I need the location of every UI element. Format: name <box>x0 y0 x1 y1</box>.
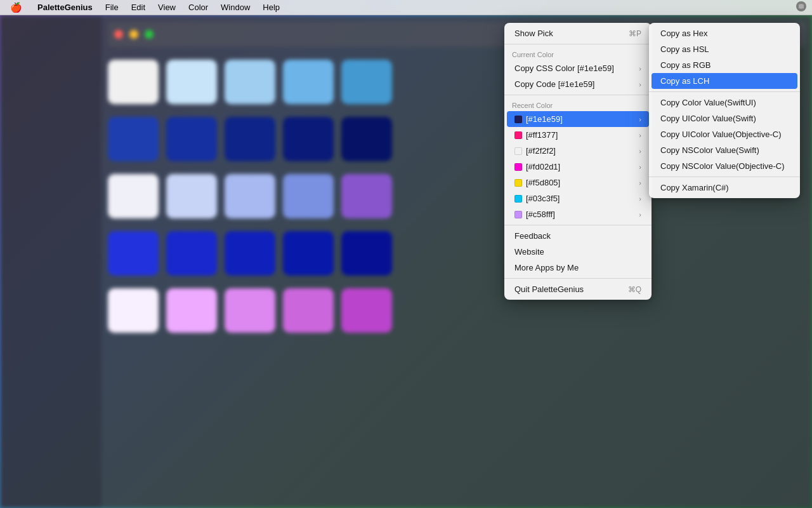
app-name-menu[interactable]: PaletteGenius <box>32 1 98 13</box>
copy-xamarin-label: Copy Xamarin(C#) <box>660 183 729 192</box>
chevron-c58fff: › <box>639 211 641 218</box>
copy-nscolor-swift-item[interactable]: Copy NSColor Value(Swift) <box>652 142 797 158</box>
copy-swiftui-item[interactable]: Copy Color Value(SwiftUI) <box>652 95 797 110</box>
copy-uicolor-swift-item[interactable]: Copy UIColor Value(Swift) <box>652 110 797 126</box>
separator-1 <box>504 44 652 44</box>
copy-swiftui-label: Copy Color Value(SwiftUI) <box>660 98 756 107</box>
copy-css-chevron: › <box>639 65 641 72</box>
copy-nscolor-swift-label: Copy NSColor Value(Swift) <box>660 145 759 155</box>
website-label: Website <box>514 247 544 257</box>
copy-hsl-label: Copy as HSL <box>660 44 709 54</box>
view-menu[interactable]: View <box>153 1 181 13</box>
copy-hex-item[interactable]: Copy as Hex <box>652 25 797 41</box>
show-pick-label: Show Pick <box>514 29 553 38</box>
copy-rgb-label: Copy as RGB <box>660 60 710 70</box>
copy-code-label: Copy Code [#1e1e59] <box>514 79 594 89</box>
swatch-fd02d1 <box>514 163 522 171</box>
recent-color-c58fff[interactable]: [#c58fff] › <box>507 206 649 222</box>
chevron-03c3f5: › <box>639 195 641 203</box>
copy-code-chevron: › <box>639 81 641 88</box>
color-menu[interactable]: Color <box>183 1 213 13</box>
recent-color-fd02d1[interactable]: [#fd02d1] › <box>507 159 649 175</box>
main-dropdown-menu: Show Pick ⌘P Current Color Copy CSS Colo… <box>504 23 652 300</box>
chevron-1e1e59: › <box>639 116 641 123</box>
website-item[interactable]: Website <box>507 244 649 260</box>
copy-uicolor-swift-label: Copy UIColor Value(Swift) <box>660 114 756 123</box>
copy-hsl-item[interactable]: Copy as HSL <box>652 41 797 57</box>
current-color-section: Current Color <box>504 47 652 60</box>
copy-submenu: Copy as Hex Copy as HSL Copy as RGB Copy… <box>649 23 800 198</box>
edit-menu[interactable]: Edit <box>126 1 150 13</box>
label-1e1e59: [#1e1e59] <box>526 114 563 124</box>
chevron-fd02d1: › <box>639 163 641 171</box>
window-menu[interactable]: Window <box>216 1 255 13</box>
label-f2f2f2: [#f2f2f2] <box>526 146 556 156</box>
quit-label: Quit PaletteGenius <box>514 284 584 294</box>
swatch-c58fff <box>514 211 522 218</box>
label-fd02d1: [#fd02d1] <box>526 162 560 171</box>
copy-uicolor-objc-item[interactable]: Copy UIColor Value(Objective-C) <box>652 126 797 142</box>
quit-shortcut: ⌘Q <box>628 285 641 294</box>
recent-color-1e1e59[interactable]: [#1e1e59] › <box>507 111 649 127</box>
label-f5d805: [#f5d805] <box>526 178 560 187</box>
copy-nscolor-objc-item[interactable]: Copy NSColor Value(Objective-C) <box>652 158 797 174</box>
recent-color-f2f2f2[interactable]: [#f2f2f2] › <box>507 143 649 159</box>
menubar-app-icon[interactable] <box>796 1 807 15</box>
copy-rgb-item[interactable]: Copy as RGB <box>652 57 797 73</box>
quit-item[interactable]: Quit PaletteGenius ⌘Q <box>507 281 649 297</box>
show-pick-item[interactable]: Show Pick ⌘P <box>507 25 649 41</box>
copy-nscolor-objc-label: Copy NSColor Value(Objective-C) <box>660 161 785 171</box>
recent-color-section: Recent Color <box>504 98 652 111</box>
separator-4 <box>504 278 652 279</box>
swatch-f2f2f2 <box>514 147 522 155</box>
submenu-sep-2 <box>649 177 800 177</box>
copy-css-color-item[interactable]: Copy CSS Color [#1e1e59] › <box>507 60 649 76</box>
feedback-item[interactable]: Feedback <box>507 228 649 244</box>
copy-lch-label: Copy as LCH <box>660 76 709 86</box>
swatch-f5d805 <box>514 179 522 187</box>
chevron-f5d805: › <box>639 179 641 187</box>
label-03c3f5: [#03c3f5] <box>526 194 560 203</box>
recent-color-f5d805[interactable]: [#f5d805] › <box>507 175 649 190</box>
chevron-ff1377: › <box>639 131 641 139</box>
apple-menu[interactable]: 🍎 <box>5 1 27 15</box>
copy-lch-item[interactable]: Copy as LCH <box>652 73 797 89</box>
copy-xamarin-item[interactable]: Copy Xamarin(C#) <box>652 180 797 196</box>
label-ff1377: [#ff1377] <box>526 130 558 140</box>
swatch-1e1e59 <box>514 116 522 123</box>
copy-hex-label: Copy as Hex <box>660 29 707 38</box>
submenu-sep-1 <box>649 91 800 92</box>
recent-color-03c3f5[interactable]: [#03c3f5] › <box>507 190 649 206</box>
show-pick-shortcut: ⌘P <box>629 29 641 38</box>
swatch-ff1377 <box>514 131 522 139</box>
file-menu[interactable]: File <box>100 1 124 13</box>
recent-color-ff1377[interactable]: [#ff1377] › <box>507 127 649 143</box>
chevron-f2f2f2: › <box>639 147 641 155</box>
more-apps-item[interactable]: More Apps by Me <box>507 260 649 276</box>
label-c58fff: [#c58fff] <box>526 210 555 219</box>
copy-css-label: Copy CSS Color [#1e1e59] <box>514 64 614 73</box>
menu-bar: 🍎 PaletteGenius File Edit View Color Win… <box>0 0 812 15</box>
separator-2 <box>504 95 652 95</box>
separator-3 <box>504 225 652 225</box>
feedback-label: Feedback <box>514 231 551 241</box>
swatch-03c3f5 <box>514 195 522 203</box>
copy-code-item[interactable]: Copy Code [#1e1e59] › <box>507 76 649 92</box>
help-menu[interactable]: Help <box>258 1 285 13</box>
copy-uicolor-objc-label: Copy UIColor Value(Objective-C) <box>660 130 782 139</box>
more-apps-label: More Apps by Me <box>514 263 579 272</box>
